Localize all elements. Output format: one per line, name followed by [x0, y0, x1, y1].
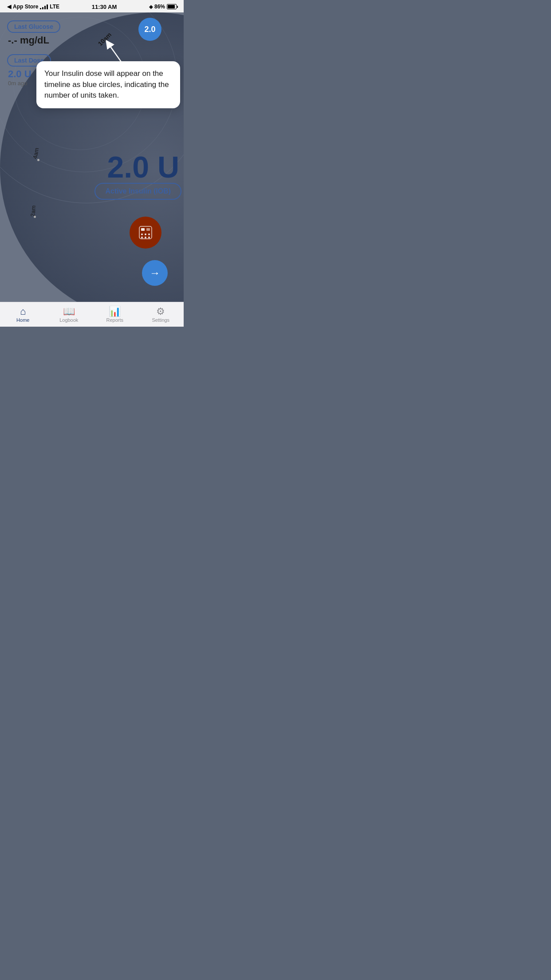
- status-left: ◀ App Store LTE: [7, 4, 59, 10]
- svg-rect-3: [141, 228, 145, 231]
- status-right: ◈ 86%: [149, 4, 177, 10]
- iob-label: Active Insulin (IOB): [105, 187, 171, 195]
- iob-pill[interactable]: Active Insulin (IOB): [94, 183, 181, 200]
- tab-reports[interactable]: 📊 Reports: [92, 305, 138, 324]
- tab-reports-label: Reports: [106, 317, 123, 323]
- time-label-2am: 2am: [29, 205, 37, 217]
- svg-point-9: [145, 237, 146, 238]
- status-time: 11:30 AM: [92, 4, 117, 10]
- svg-point-6: [145, 233, 146, 235]
- svg-point-8: [141, 237, 143, 238]
- tooltip-box: Your Insulin dose will appear on the tim…: [36, 61, 180, 108]
- dose-circle: 2.0: [138, 18, 161, 41]
- big-dose-value: 2.0 U: [107, 150, 179, 184]
- svg-point-7: [148, 233, 150, 235]
- carrier-label: App Store: [13, 4, 38, 10]
- location-icon: ◈: [149, 4, 153, 10]
- tab-settings-label: Settings: [152, 317, 169, 323]
- battery-icon: [167, 4, 177, 9]
- signal-bars: [40, 4, 48, 9]
- tooltip-text: Your Insulin dose will appear on the tim…: [44, 69, 169, 99]
- home-icon: ⌂: [20, 307, 26, 316]
- svg-point-10: [148, 237, 150, 238]
- next-button[interactable]: →: [142, 260, 168, 286]
- battery-percent: 86%: [154, 4, 165, 10]
- tab-bar: ⌂ Home 📖 Logbook 📊 Reports ⚙ Settings: [0, 302, 184, 327]
- tab-logbook[interactable]: 📖 Logbook: [46, 305, 92, 324]
- big-dose-display: 2.0 U: [107, 152, 179, 182]
- calculator-icon: [138, 225, 153, 241]
- tab-settings[interactable]: ⚙ Settings: [138, 305, 184, 324]
- logbook-icon: 📖: [63, 307, 75, 316]
- calculator-button[interactable]: [130, 217, 161, 249]
- next-arrow-icon: →: [150, 267, 160, 279]
- dose-circle-value: 2.0: [144, 25, 155, 34]
- status-bar: ◀ App Store LTE 11:30 AM ◈ 86%: [0, 0, 184, 12]
- timeline-dot-3: [34, 216, 36, 218]
- svg-point-5: [141, 233, 143, 235]
- network-type: LTE: [50, 4, 59, 10]
- timeline-dot-2: [37, 159, 39, 161]
- main-content: Last Glucose -.- mg/dL Last Dose 2.0 U 0…: [0, 12, 184, 302]
- reports-icon: 📊: [109, 307, 121, 316]
- svg-rect-4: [146, 228, 150, 231]
- tab-home-label: Home: [16, 317, 29, 323]
- glucose-value: -.- mg/dL: [8, 35, 60, 46]
- tab-home[interactable]: ⌂ Home: [0, 305, 46, 324]
- last-glucose-label[interactable]: Last Glucose: [7, 20, 60, 33]
- tab-logbook-label: Logbook: [59, 317, 78, 323]
- settings-icon: ⚙: [156, 307, 165, 316]
